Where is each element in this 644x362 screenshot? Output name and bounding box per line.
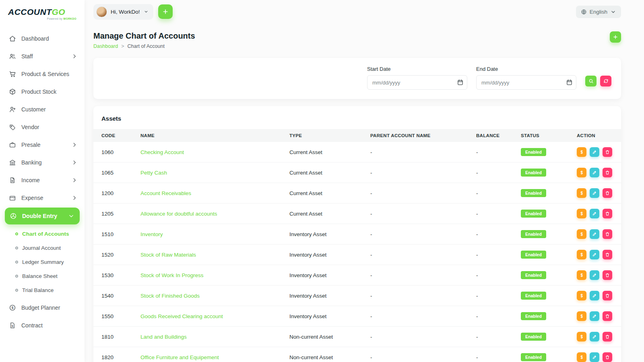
- sidebar-subitem-label: Ledger Summary: [22, 259, 64, 265]
- edit-button[interactable]: [590, 209, 599, 218]
- reset-button[interactable]: [600, 76, 611, 86]
- delete-button[interactable]: [603, 229, 612, 239]
- transactions-button[interactable]: [577, 332, 586, 341]
- account-type: Current Asset: [286, 204, 367, 224]
- create-account-button[interactable]: [610, 31, 621, 43]
- sidebar-item-dashboard[interactable]: Dashboard: [0, 30, 85, 47]
- calendar-icon[interactable]: [457, 79, 464, 86]
- account-type: Current Asset: [286, 142, 367, 162]
- account-balance: -: [473, 265, 518, 286]
- breadcrumb-current: Chart of Account: [127, 43, 164, 49]
- sidebar-item-label: Presale: [21, 142, 66, 148]
- sidebar-item-double-entry[interactable]: Double Entry: [5, 208, 80, 224]
- edit-icon: [592, 334, 597, 339]
- account-name-link[interactable]: Stock of Finished Goods: [140, 293, 200, 299]
- sidebar-item-vendor[interactable]: Vendor: [0, 118, 85, 136]
- transactions-button[interactable]: [577, 147, 586, 157]
- start-date-input[interactable]: [367, 75, 467, 90]
- transactions-button[interactable]: [577, 352, 586, 362]
- account-parent: -: [367, 142, 473, 162]
- language-selector[interactable]: English: [576, 6, 621, 18]
- sidebar-item-staff[interactable]: Staff: [0, 47, 85, 65]
- transactions-button[interactable]: [577, 250, 586, 259]
- globe-icon: [581, 9, 587, 15]
- delete-button[interactable]: [603, 270, 612, 280]
- delete-button[interactable]: [603, 188, 612, 198]
- account-name-link[interactable]: Office Furniture and Equipement: [140, 354, 219, 360]
- breadcrumb-dashboard-link[interactable]: Dashboard: [93, 43, 118, 49]
- edit-button[interactable]: [590, 168, 599, 177]
- brand-logo[interactable]: ACCOUNTGO Powered by WORKDO: [0, 0, 85, 26]
- table-row: 1820Office Furniture and EquipementNon-c…: [93, 347, 621, 362]
- account-name-link[interactable]: Inventory: [140, 231, 163, 237]
- delete-icon: [605, 334, 610, 339]
- transactions-button[interactable]: [577, 168, 586, 177]
- sidebar-item-income[interactable]: Income: [0, 171, 85, 189]
- account-name-link[interactable]: Land and Buildings: [140, 334, 187, 340]
- calendar-icon[interactable]: [566, 79, 573, 86]
- sidebar-item-presale[interactable]: Presale: [0, 136, 85, 154]
- column-header-type: TYPE: [286, 129, 367, 142]
- transactions-button[interactable]: [577, 311, 586, 321]
- delete-button[interactable]: [603, 291, 612, 300]
- edit-button[interactable]: [590, 229, 599, 239]
- transactions-button[interactable]: [577, 209, 586, 218]
- table-row: 1060Checking AccountCurrent Asset--Enabl…: [93, 142, 621, 162]
- sidebar-item-product-services[interactable]: Product & Services: [0, 65, 85, 83]
- transactions-button[interactable]: [577, 188, 586, 198]
- transactions-button[interactable]: [577, 270, 586, 280]
- account-name-link[interactable]: Goods Received Clearing account: [140, 313, 223, 319]
- search-button[interactable]: [585, 76, 597, 86]
- delete-button[interactable]: [603, 332, 612, 341]
- sidebar-item-customer[interactable]: Customer: [0, 101, 85, 118]
- account-balance: -: [473, 286, 518, 306]
- edit-button[interactable]: [590, 352, 599, 362]
- quick-add-button[interactable]: [158, 4, 173, 19]
- delete-button[interactable]: [603, 168, 612, 177]
- sidebar-item-banking[interactable]: Banking: [0, 154, 85, 171]
- edit-button[interactable]: [590, 250, 599, 259]
- account-code: 1820: [93, 347, 137, 362]
- delete-button[interactable]: [603, 250, 612, 259]
- user-menu[interactable]: Hi, WorkDo!: [93, 4, 153, 20]
- sidebar-item-budget-planner[interactable]: $Budget Planner: [0, 299, 85, 317]
- account-name-link[interactable]: Checking Account: [140, 149, 184, 155]
- account-parent: -: [367, 162, 473, 183]
- svg-text:$: $: [12, 325, 13, 328]
- sidebar-item-label: Customer: [21, 106, 78, 113]
- delete-button[interactable]: [603, 352, 612, 362]
- end-date-input[interactable]: [476, 75, 576, 90]
- account-name-link[interactable]: Stock of Raw Materials: [140, 252, 196, 258]
- account-name-link[interactable]: Account Receivables: [140, 190, 191, 196]
- edit-button[interactable]: [590, 147, 599, 157]
- start-date-label: Start Date: [367, 66, 467, 72]
- delete-button[interactable]: [603, 209, 612, 218]
- edit-button[interactable]: [590, 332, 599, 341]
- sidebar-subitem-label: Balance Sheet: [22, 273, 58, 279]
- sidebar-subitem-ledger-summary[interactable]: Ledger Summary: [0, 255, 85, 269]
- delete-button[interactable]: [603, 147, 612, 157]
- sidebar-subitem-journal-account[interactable]: Journal Account: [0, 241, 85, 255]
- edit-button[interactable]: [590, 311, 599, 321]
- edit-icon: [592, 191, 597, 195]
- sidebar-subitem-balance-sheet[interactable]: Balance Sheet: [0, 269, 85, 283]
- box-icon: [9, 88, 16, 95]
- delete-button[interactable]: [603, 311, 612, 321]
- sidebar-subitem-chart-of-accounts[interactable]: Chart of Accounts: [0, 227, 85, 241]
- account-balance: -: [473, 204, 518, 224]
- table-row: 1520Stock of Raw MaterialsInventory Asse…: [93, 245, 621, 265]
- account-name-link[interactable]: Stock of Work In Progress: [140, 272, 204, 278]
- edit-button[interactable]: [590, 188, 599, 198]
- account-type: Current Asset: [286, 183, 367, 204]
- edit-button[interactable]: [590, 291, 599, 300]
- sidebar-subitem-trial-balance[interactable]: Trial Balance: [0, 283, 85, 297]
- transactions-button[interactable]: [577, 291, 586, 300]
- account-name-link[interactable]: Petty Cash: [140, 170, 167, 176]
- sidebar-item-contract[interactable]: $Contract: [0, 317, 85, 334]
- sidebar-item-expense[interactable]: Expense: [0, 189, 85, 207]
- account-name-link[interactable]: Allowance for doubtful accounts: [140, 211, 217, 217]
- edit-button[interactable]: [590, 270, 599, 280]
- edit-icon: [592, 355, 597, 360]
- transactions-button[interactable]: [577, 229, 586, 239]
- sidebar-item-product-stock[interactable]: Product Stock: [0, 83, 85, 101]
